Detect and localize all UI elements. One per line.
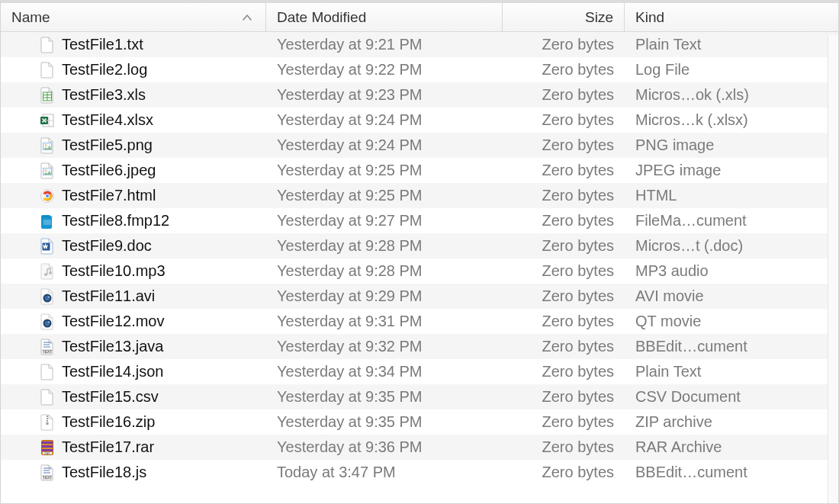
file-kind-cell: RAR Archive (625, 438, 838, 456)
jpeg-file-icon (39, 162, 56, 180)
column-header-date[interactable]: Date Modified (266, 3, 503, 31)
file-date-cell: Yesterday at 9:23 PM (266, 86, 503, 104)
file-date-cell: Yesterday at 9:25 PM (266, 187, 503, 204)
file-date-cell: Yesterday at 9:21 PM (266, 36, 503, 53)
file-kind-cell: Log File (625, 61, 838, 79)
file-name-label: TestFile17.rar (62, 438, 154, 456)
file-name-cell[interactable]: TestFile5.png (1, 136, 266, 155)
file-name-cell[interactable]: TestFile4.xlsx (1, 111, 266, 130)
file-size-cell: Zero bytes (503, 363, 625, 380)
file-name-cell[interactable]: TestFile10.mp3 (1, 262, 266, 281)
file-name-cell[interactable]: TestFile2.log (1, 61, 266, 79)
file-row[interactable]: TestFile6.jpegYesterday at 9:25 PMZero b… (1, 158, 838, 183)
file-name-cell[interactable]: TestFile12.mov (1, 313, 266, 331)
file-row[interactable]: TestFile1.txtYesterday at 9:21 PMZero by… (1, 32, 838, 57)
file-row[interactable]: RARTestFile17.rarYesterday at 9:36 PMZer… (1, 435, 838, 460)
file-row[interactable]: TestFile12.movYesterday at 9:31 PMZero b… (1, 309, 838, 334)
file-date-cell: Yesterday at 9:29 PM (266, 287, 503, 305)
file-name-cell[interactable]: TestFile6.jpeg (1, 162, 266, 180)
file-name-label: TestFile13.java (62, 338, 163, 355)
file-size-cell: Zero bytes (503, 313, 625, 330)
file-name-cell[interactable]: RARTestFile17.rar (1, 438, 266, 457)
svg-point-9 (45, 144, 47, 146)
file-name-cell[interactable]: TestFile16.zip (1, 413, 266, 432)
file-name-cell[interactable]: TEXTTestFile13.java (1, 338, 266, 356)
mp3-file-icon (39, 262, 56, 281)
file-name-label: TestFile1.txt (62, 36, 143, 53)
file-name-label: TestFile8.fmp12 (62, 212, 169, 230)
file-name-cell[interactable]: TestFile11.avi (1, 287, 266, 306)
file-size-cell: Zero bytes (503, 187, 625, 204)
file-kind-cell: JPEG image (625, 162, 838, 179)
file-kind-cell: ZIP archive (625, 413, 838, 431)
file-size-cell: Zero bytes (503, 162, 625, 179)
mov-file-icon (39, 313, 56, 331)
file-name-cell[interactable]: TestFile3.xls (1, 86, 266, 104)
svg-text:TEXT: TEXT (43, 349, 53, 354)
file-date-cell: Yesterday at 9:31 PM (266, 313, 503, 330)
file-row[interactable]: TEXTTestFile13.javaYesterday at 9:32 PMZ… (1, 334, 838, 359)
file-kind-cell: Micros…ok (.xls) (625, 86, 838, 104)
file-row[interactable]: TestFile10.mp3Yesterday at 9:28 PMZero b… (1, 258, 838, 284)
file-date-cell: Yesterday at 9:22 PM (266, 61, 503, 79)
file-row[interactable]: TestFile4.xlsxYesterday at 9:24 PMZero b… (1, 108, 838, 133)
file-size-cell: Zero bytes (503, 61, 625, 79)
file-row[interactable]: TEXTTestFile18.jsToday at 3:47 PMZero by… (1, 460, 838, 485)
file-name-label: TestFile16.zip (62, 413, 155, 431)
file-name-cell[interactable]: TestFile1.txt (1, 36, 266, 54)
file-date-cell: Today at 3:47 PM (266, 464, 503, 481)
vertical-scrollbar[interactable] (828, 35, 838, 503)
file-row[interactable]: TestFile15.csvYesterday at 9:35 PMZero b… (1, 384, 838, 409)
file-size-cell: Zero bytes (503, 111, 625, 129)
file-row[interactable]: TestFile16.zipYesterday at 9:35 PMZero b… (1, 409, 838, 435)
file-row[interactable]: TestFile3.xlsYesterday at 9:23 PMZero by… (1, 82, 838, 108)
file-row[interactable]: TestFile9.docYesterday at 9:28 PMZero by… (1, 233, 838, 258)
file-name-cell[interactable]: TEXTTestFile18.js (1, 464, 266, 482)
file-name-label: TestFile3.xls (62, 86, 146, 104)
file-name-label: TestFile7.html (62, 187, 156, 204)
file-name-cell[interactable]: TestFile14.json (1, 363, 266, 381)
file-size-cell: Zero bytes (503, 212, 625, 230)
file-kind-cell: PNG image (625, 136, 838, 154)
finder-list-view: Name Date Modified Size Kind TestFile1.t… (0, 0, 839, 504)
file-size-cell: Zero bytes (503, 86, 625, 104)
file-row[interactable]: TestFile11.aviYesterday at 9:29 PMZero b… (1, 284, 838, 309)
file-kind-cell: BBEdit…cument (625, 338, 838, 355)
file-name-cell[interactable]: TestFile8.fmp12 (1, 212, 266, 230)
file-row[interactable]: TestFile5.pngYesterday at 9:24 PMZero by… (1, 133, 838, 158)
xlsx-file-icon (39, 111, 56, 130)
txt-file-icon (39, 61, 56, 79)
file-row[interactable]: TestFile14.jsonYesterday at 9:34 PMZero … (1, 359, 838, 384)
file-row[interactable]: TestFile2.logYesterday at 9:22 PMZero by… (1, 57, 838, 82)
file-kind-cell: Plain Text (625, 363, 838, 380)
file-date-cell: Yesterday at 9:36 PM (266, 438, 503, 456)
svg-point-15 (46, 194, 49, 197)
html-file-icon (39, 187, 56, 205)
column-header-kind[interactable]: Kind (625, 3, 838, 31)
column-header-size[interactable]: Size (503, 3, 625, 31)
file-size-cell: Zero bytes (503, 413, 625, 431)
file-date-cell: Yesterday at 9:34 PM (266, 363, 503, 380)
file-row[interactable]: TestFile7.htmlYesterday at 9:25 PMZero b… (1, 183, 838, 208)
file-name-label: TestFile15.csv (62, 388, 159, 406)
file-kind-cell: Micros…t (.doc) (625, 237, 838, 255)
file-name-label: TestFile10.mp3 (62, 262, 166, 280)
column-header-row: Name Date Modified Size Kind (1, 3, 838, 32)
sort-ascending-icon (243, 11, 252, 24)
file-name-cell[interactable]: TestFile7.html (1, 187, 266, 205)
svg-text:RAR: RAR (44, 451, 50, 454)
file-name-cell[interactable]: TestFile9.doc (1, 237, 266, 255)
file-row[interactable]: TestFile8.fmp12Yesterday at 9:27 PMZero … (1, 208, 838, 233)
file-kind-cell: Plain Text (625, 36, 838, 53)
file-size-cell: Zero bytes (503, 237, 625, 255)
file-kind-cell: QT movie (625, 313, 838, 330)
file-name-cell[interactable]: TestFile15.csv (1, 388, 266, 406)
file-name-label: TestFile9.doc (62, 237, 152, 255)
file-kind-cell: FileMa…cument (625, 212, 838, 230)
svg-text:TEXT: TEXT (43, 475, 53, 480)
bbedit-file-icon: TEXT (39, 338, 56, 356)
file-kind-cell: MP3 audio (625, 262, 838, 280)
file-kind-cell: BBEdit…cument (625, 464, 838, 481)
file-name-label: TestFile5.png (62, 136, 153, 154)
column-header-name[interactable]: Name (1, 3, 266, 31)
